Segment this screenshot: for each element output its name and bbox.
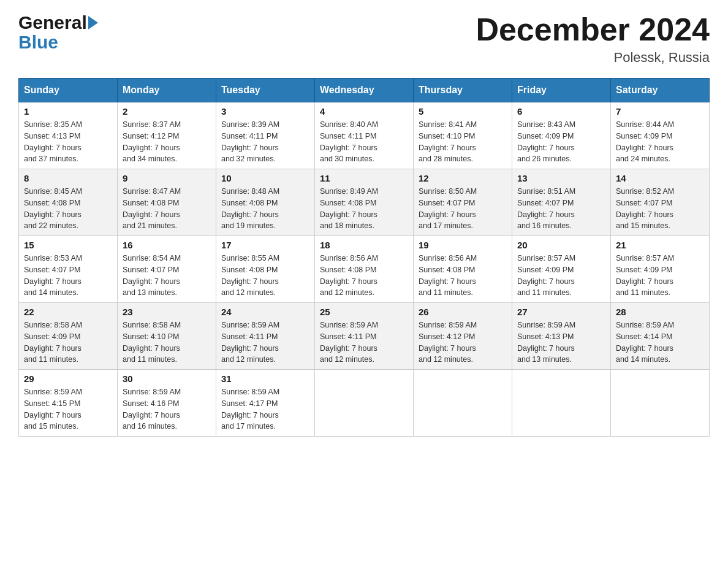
calendar-week-row: 8 Sunrise: 8:45 AMSunset: 4:08 PMDayligh… — [19, 169, 710, 236]
day-info: Sunrise: 8:51 AMSunset: 4:07 PMDaylight:… — [517, 186, 605, 232]
table-row: 26 Sunrise: 8:59 AMSunset: 4:12 PMDaylig… — [414, 303, 512, 370]
table-row: 17 Sunrise: 8:55 AMSunset: 4:08 PMDaylig… — [216, 236, 315, 303]
table-row — [414, 370, 512, 437]
day-info: Sunrise: 8:59 AMSunset: 4:11 PMDaylight:… — [221, 320, 309, 366]
col-tuesday: Tuesday — [216, 79, 315, 102]
day-info: Sunrise: 8:59 AMSunset: 4:17 PMDaylight:… — [221, 386, 309, 432]
day-info: Sunrise: 8:48 AMSunset: 4:08 PMDaylight:… — [221, 186, 309, 232]
calendar-week-row: 22 Sunrise: 8:58 AMSunset: 4:09 PMDaylig… — [19, 303, 710, 370]
day-info: Sunrise: 8:49 AMSunset: 4:08 PMDaylight:… — [320, 186, 408, 232]
day-number: 10 — [221, 173, 309, 183]
day-number: 25 — [320, 307, 408, 317]
table-row: 16 Sunrise: 8:54 AMSunset: 4:07 PMDaylig… — [118, 236, 216, 303]
day-info: Sunrise: 8:59 AMSunset: 4:15 PMDaylight:… — [24, 386, 112, 432]
logo-arrow-icon — [88, 16, 98, 29]
day-info: Sunrise: 8:56 AMSunset: 4:08 PMDaylight:… — [320, 253, 408, 299]
day-info: Sunrise: 8:40 AMSunset: 4:11 PMDaylight:… — [320, 119, 408, 165]
page-header: General Blue December 2024 Polessk, Russ… — [18, 12, 710, 66]
table-row — [611, 370, 710, 437]
day-number: 19 — [419, 240, 507, 250]
day-number: 17 — [221, 240, 309, 250]
day-number: 16 — [123, 240, 211, 250]
day-number: 6 — [517, 106, 605, 117]
day-info: Sunrise: 8:52 AMSunset: 4:07 PMDaylight:… — [616, 186, 704, 232]
day-number: 11 — [320, 173, 408, 183]
day-info: Sunrise: 8:41 AMSunset: 4:10 PMDaylight:… — [419, 119, 507, 165]
day-info: Sunrise: 8:45 AMSunset: 4:08 PMDaylight:… — [24, 186, 112, 232]
day-number: 8 — [24, 173, 112, 183]
day-info: Sunrise: 8:37 AMSunset: 4:12 PMDaylight:… — [123, 119, 211, 165]
day-number: 20 — [517, 240, 605, 250]
day-number: 31 — [221, 373, 309, 384]
day-info: Sunrise: 8:53 AMSunset: 4:07 PMDaylight:… — [24, 253, 112, 299]
day-number: 18 — [320, 240, 408, 250]
day-number: 28 — [616, 307, 704, 317]
day-number: 23 — [123, 307, 211, 317]
table-row: 29 Sunrise: 8:59 AMSunset: 4:15 PMDaylig… — [19, 370, 118, 437]
table-row: 23 Sunrise: 8:58 AMSunset: 4:10 PMDaylig… — [118, 303, 216, 370]
location: Polessk, Russia — [476, 50, 710, 66]
table-row: 27 Sunrise: 8:59 AMSunset: 4:13 PMDaylig… — [512, 303, 611, 370]
day-number: 14 — [616, 173, 704, 183]
day-info: Sunrise: 8:59 AMSunset: 4:11 PMDaylight:… — [320, 320, 408, 366]
table-row: 21 Sunrise: 8:57 AMSunset: 4:09 PMDaylig… — [611, 236, 710, 303]
day-number: 26 — [419, 307, 507, 317]
table-row: 2 Sunrise: 8:37 AMSunset: 4:12 PMDayligh… — [118, 102, 216, 169]
logo-general-text: General — [18, 12, 87, 33]
table-row: 22 Sunrise: 8:58 AMSunset: 4:09 PMDaylig… — [19, 303, 118, 370]
day-number: 29 — [24, 373, 112, 384]
table-row: 24 Sunrise: 8:59 AMSunset: 4:11 PMDaylig… — [216, 303, 315, 370]
day-info: Sunrise: 8:50 AMSunset: 4:07 PMDaylight:… — [419, 186, 507, 232]
calendar-week-row: 15 Sunrise: 8:53 AMSunset: 4:07 PMDaylig… — [19, 236, 710, 303]
day-number: 1 — [24, 106, 112, 117]
day-info: Sunrise: 8:59 AMSunset: 4:14 PMDaylight:… — [616, 320, 704, 366]
col-saturday: Saturday — [611, 79, 710, 102]
table-row: 15 Sunrise: 8:53 AMSunset: 4:07 PMDaylig… — [19, 236, 118, 303]
day-number: 7 — [616, 106, 704, 117]
day-number: 3 — [221, 106, 309, 117]
table-row: 18 Sunrise: 8:56 AMSunset: 4:08 PMDaylig… — [315, 236, 414, 303]
day-number: 5 — [419, 106, 507, 117]
day-info: Sunrise: 8:59 AMSunset: 4:13 PMDaylight:… — [517, 320, 605, 366]
calendar-table: Sunday Monday Tuesday Wednesday Thursday… — [18, 78, 710, 437]
col-sunday: Sunday — [19, 79, 118, 102]
day-info: Sunrise: 8:59 AMSunset: 4:12 PMDaylight:… — [419, 320, 507, 366]
table-row: 20 Sunrise: 8:57 AMSunset: 4:09 PMDaylig… — [512, 236, 611, 303]
day-info: Sunrise: 8:57 AMSunset: 4:09 PMDaylight:… — [616, 253, 704, 299]
day-info: Sunrise: 8:47 AMSunset: 4:08 PMDaylight:… — [123, 186, 211, 232]
table-row: 30 Sunrise: 8:59 AMSunset: 4:16 PMDaylig… — [118, 370, 216, 437]
day-info: Sunrise: 8:44 AMSunset: 4:09 PMDaylight:… — [616, 119, 704, 165]
table-row: 13 Sunrise: 8:51 AMSunset: 4:07 PMDaylig… — [512, 169, 611, 236]
table-row: 6 Sunrise: 8:43 AMSunset: 4:09 PMDayligh… — [512, 102, 611, 169]
day-number: 22 — [24, 307, 112, 317]
day-info: Sunrise: 8:35 AMSunset: 4:13 PMDaylight:… — [24, 119, 112, 165]
col-monday: Monday — [118, 79, 216, 102]
col-thursday: Thursday — [414, 79, 512, 102]
month-title: December 2024 — [476, 12, 710, 47]
day-number: 27 — [517, 307, 605, 317]
day-number: 15 — [24, 240, 112, 250]
table-row: 10 Sunrise: 8:48 AMSunset: 4:08 PMDaylig… — [216, 169, 315, 236]
table-row: 7 Sunrise: 8:44 AMSunset: 4:09 PMDayligh… — [611, 102, 710, 169]
table-row: 11 Sunrise: 8:49 AMSunset: 4:08 PMDaylig… — [315, 169, 414, 236]
table-row: 31 Sunrise: 8:59 AMSunset: 4:17 PMDaylig… — [216, 370, 315, 437]
day-info: Sunrise: 8:58 AMSunset: 4:09 PMDaylight:… — [24, 320, 112, 366]
table-row: 1 Sunrise: 8:35 AMSunset: 4:13 PMDayligh… — [19, 102, 118, 169]
col-wednesday: Wednesday — [315, 79, 414, 102]
table-row: 12 Sunrise: 8:50 AMSunset: 4:07 PMDaylig… — [414, 169, 512, 236]
table-row — [512, 370, 611, 437]
logo-blue-text: Blue — [18, 33, 98, 52]
table-row: 9 Sunrise: 8:47 AMSunset: 4:08 PMDayligh… — [118, 169, 216, 236]
table-row — [315, 370, 414, 437]
day-info: Sunrise: 8:57 AMSunset: 4:09 PMDaylight:… — [517, 253, 605, 299]
logo: General Blue — [18, 12, 98, 52]
day-number: 12 — [419, 173, 507, 183]
day-info: Sunrise: 8:59 AMSunset: 4:16 PMDaylight:… — [123, 386, 211, 432]
day-info: Sunrise: 8:56 AMSunset: 4:08 PMDaylight:… — [419, 253, 507, 299]
day-number: 21 — [616, 240, 704, 250]
day-info: Sunrise: 8:58 AMSunset: 4:10 PMDaylight:… — [123, 320, 211, 366]
day-number: 24 — [221, 307, 309, 317]
day-number: 9 — [123, 173, 211, 183]
day-info: Sunrise: 8:55 AMSunset: 4:08 PMDaylight:… — [221, 253, 309, 299]
calendar-week-row: 1 Sunrise: 8:35 AMSunset: 4:13 PMDayligh… — [19, 102, 710, 169]
